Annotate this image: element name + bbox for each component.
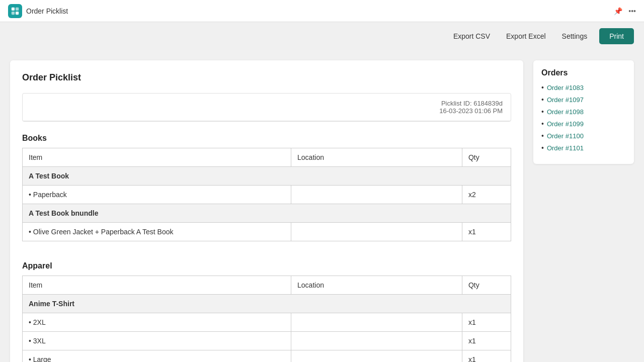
top-bar-left: Order Picklist: [8, 4, 68, 18]
section-apparel: Apparel Item Location Qty Anime T-Shirt …: [22, 261, 511, 362]
toolbar: Export CSV Export Excel Settings Print: [0, 22, 644, 50]
item-row-0-1-0: • Olive Green Jacket + Paperback A Test …: [23, 223, 511, 241]
item-row-1-0-0: • 2XL x1: [23, 313, 511, 332]
item-location: [291, 350, 462, 363]
col-header-qty: Qty: [462, 148, 511, 167]
picklist-id: Picklist ID: 6184839d: [31, 100, 503, 107]
group-row-1-0: Anime T-Shirt: [23, 295, 511, 313]
group-name: A Test Book: [23, 167, 511, 186]
item-row-0-0-0: • Paperback x2: [23, 186, 511, 204]
section-title-1: Apparel: [22, 261, 511, 270]
sidebar-order-link-2[interactable]: Order #1098: [547, 108, 584, 116]
section-books: Books Item Location Qty A Test Book • Pa…: [22, 134, 511, 251]
item-name: • Olive Green Jacket + Paperback A Test …: [23, 223, 291, 241]
sidebar-order-link-5[interactable]: Order #1101: [547, 144, 584, 152]
content-area: Order Picklist Picklist ID: 6184839d 16-…: [10, 60, 523, 362]
group-row-0-1: A Test Book bnundle: [23, 204, 511, 223]
picklist-date: 16-03-2023 01:06 PM: [31, 107, 503, 115]
print-button[interactable]: Print: [599, 28, 634, 44]
sidebar-order-link-4[interactable]: Order #1100: [547, 132, 584, 140]
sidebar: Orders Order #1083Order #1097Order #1098…: [533, 60, 634, 164]
sidebar-order-item-4: Order #1100: [541, 132, 626, 140]
svg-rect-2: [12, 11, 15, 14]
col-header-item: Item: [23, 148, 291, 167]
item-location: [291, 186, 462, 204]
pin-icon[interactable]: 📌: [614, 7, 622, 15]
app-icon: [8, 4, 22, 18]
sidebar-order-link-0[interactable]: Order #1083: [547, 84, 584, 92]
svg-rect-0: [12, 7, 15, 10]
col-header-item: Item: [23, 276, 291, 295]
sidebar-order-item-5: Order #1101: [541, 144, 626, 152]
export-excel-button[interactable]: Export Excel: [502, 30, 550, 42]
item-name: • 3XL: [23, 332, 291, 350]
item-name: • 2XL: [23, 313, 291, 332]
app-title: Order Picklist: [26, 7, 68, 15]
sidebar-order-link-1[interactable]: Order #1097: [547, 96, 584, 104]
sidebar-order-item-2: Order #1098: [541, 108, 626, 116]
item-qty: x1: [462, 223, 511, 241]
sidebar-order-item-0: Order #1083: [541, 83, 626, 92]
sidebar-order-link-3[interactable]: Order #1099: [547, 120, 584, 128]
svg-rect-3: [16, 11, 19, 14]
sections-container: Books Item Location Qty A Test Book • Pa…: [22, 134, 511, 362]
sidebar-order-item-3: Order #1099: [541, 120, 626, 128]
page-title: Order Picklist: [22, 72, 511, 83]
main-layout: Order Picklist Picklist ID: 6184839d 16-…: [0, 50, 644, 362]
col-header-location: Location: [291, 148, 462, 167]
item-location: [291, 332, 462, 350]
orders-list: Order #1083Order #1097Order #1098Order #…: [541, 83, 626, 152]
table-1: Item Location Qty Anime T-Shirt • 2XL x1…: [22, 276, 511, 362]
col-header-qty: Qty: [462, 276, 511, 295]
export-csv-button[interactable]: Export CSV: [449, 30, 494, 42]
item-location: [291, 313, 462, 332]
item-qty: x1: [462, 350, 511, 363]
table-0: Item Location Qty A Test Book • Paperbac…: [22, 148, 511, 241]
picklist-card: Picklist ID: 6184839d 16-03-2023 01:06 P…: [22, 93, 511, 122]
item-qty: x2: [462, 186, 511, 204]
top-bar: Order Picklist 📌 •••: [0, 0, 644, 22]
item-row-1-0-2: • Large x1: [23, 350, 511, 363]
sidebar-title: Orders: [541, 68, 626, 77]
item-qty: x1: [462, 332, 511, 350]
item-name: • Large: [23, 350, 291, 363]
group-name: A Test Book bnundle: [23, 204, 511, 223]
settings-button[interactable]: Settings: [558, 30, 592, 42]
group-name: Anime T-Shirt: [23, 295, 511, 313]
group-row-0-0: A Test Book: [23, 167, 511, 186]
item-qty: x1: [462, 313, 511, 332]
svg-rect-1: [16, 7, 19, 10]
more-icon[interactable]: •••: [628, 7, 636, 15]
section-title-0: Books: [22, 134, 511, 143]
item-name: • Paperback: [23, 186, 291, 204]
item-location: [291, 223, 462, 241]
col-header-location: Location: [291, 276, 462, 295]
item-row-1-0-1: • 3XL x1: [23, 332, 511, 350]
picklist-header: Picklist ID: 6184839d 16-03-2023 01:06 P…: [23, 94, 511, 121]
sidebar-order-item-1: Order #1097: [541, 96, 626, 104]
top-bar-actions: 📌 •••: [614, 7, 636, 15]
